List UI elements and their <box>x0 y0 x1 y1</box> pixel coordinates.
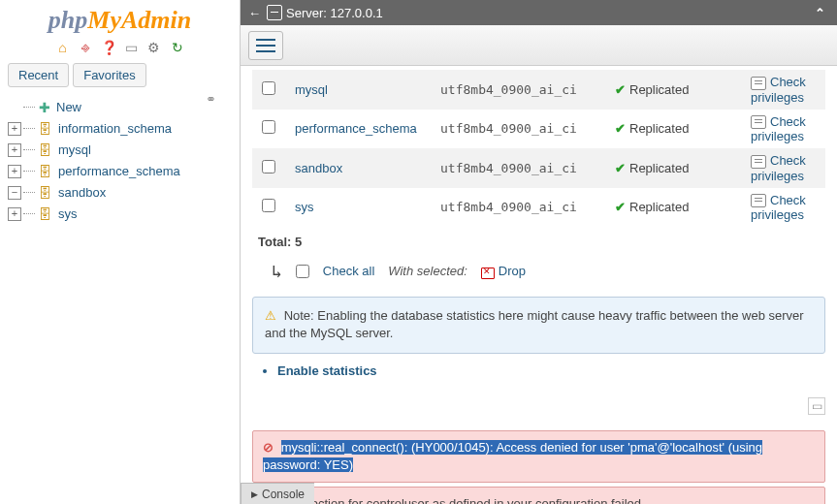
privileges-icon <box>751 77 766 90</box>
collation-cell: utf8mb4_0900_ai_ci <box>431 148 605 188</box>
bulk-arrow-icon: ↳ <box>272 261 282 281</box>
sql-icon[interactable]: ▭ <box>123 40 139 55</box>
logo-part-admin: Admin <box>121 6 191 34</box>
top-menu-bar <box>241 25 837 66</box>
row-checkbox[interactable] <box>262 81 275 95</box>
row-checkbox[interactable] <box>262 120 275 134</box>
docs-icon[interactable]: ❓ <box>101 40 116 55</box>
check-icon: ✔ <box>615 121 626 136</box>
replicated-label: Replicated <box>629 121 689 136</box>
console-label: Console <box>262 488 305 501</box>
settings-icon[interactable]: ⚙ <box>146 40 162 55</box>
logo-part-my: My <box>87 6 121 34</box>
server-label: Server: <box>286 6 327 20</box>
page-settings-icon[interactable]: ▭ <box>808 397 825 415</box>
server-icon <box>267 5 282 20</box>
home-icon[interactable]: ⌂ <box>54 40 70 55</box>
error-message-2: Connection for controluser as defined in… <box>281 496 645 504</box>
db-link[interactable]: sandbox <box>295 161 342 175</box>
check-all-checkbox[interactable] <box>296 265 309 278</box>
note-prefix: Note: <box>284 308 314 323</box>
database-table: mysql utf8mb4_0900_ai_ci ✔Replicated Che… <box>252 70 825 227</box>
total-value: 5 <box>295 235 302 249</box>
statistics-note: ⚠ Note: Enabling the database statistics… <box>252 297 825 353</box>
database-icon: 🗄 <box>37 164 52 179</box>
collation-cell: utf8mb4_0900_ai_ci <box>431 70 605 110</box>
error-box-1: ⊘ mysqli::real_connect(): (HY000/1045): … <box>252 430 825 483</box>
tree-item-information-schema[interactable]: information_schema <box>58 121 172 136</box>
tab-favorites[interactable]: Favorites <box>73 63 145 87</box>
navigation-sidebar: phpMyAdmin ⌂ ⎆ ❓ ▭ ⚙ ↻ Recent Favorites … <box>0 0 241 504</box>
table-row: mysql utf8mb4_0900_ai_ci ✔Replicated Che… <box>252 70 825 110</box>
note-text: Enabling the database statistics here mi… <box>265 308 804 340</box>
total-label: Total: <box>258 235 291 249</box>
drop-label: Drop <box>499 264 526 278</box>
db-link[interactable]: mysql <box>295 82 328 97</box>
tree-expand-icon[interactable]: + <box>8 143 21 157</box>
hamburger-menu-button[interactable] <box>248 31 283 60</box>
goto-left-icon[interactable]: ← <box>248 6 261 20</box>
error-message-1: mysqli::real_connect(): (HY000/1045): Ac… <box>263 440 762 472</box>
database-icon: 🗄 <box>37 142 52 158</box>
with-selected-label: With selected: <box>388 264 467 278</box>
drop-icon <box>481 266 495 279</box>
check-icon: ✔ <box>615 161 626 175</box>
check-icon: ✔ <box>615 82 626 97</box>
console-toggle[interactable]: ▶ Console <box>241 483 314 504</box>
drop-button[interactable]: Drop <box>481 264 526 279</box>
enable-statistics-link[interactable]: Enable statistics <box>277 363 825 378</box>
link-chain-icon[interactable]: ⚭ <box>206 92 216 107</box>
replicated-label: Replicated <box>629 82 689 97</box>
error-box-2: ⊘ Connection for controluser as defined … <box>252 487 825 504</box>
tree-item-mysql[interactable]: mysql <box>58 142 91 157</box>
bulk-action-bar: ↳ Check all With selected: Drop <box>252 257 825 291</box>
tree-item-sandbox[interactable]: sandbox <box>58 185 106 200</box>
db-link[interactable]: performance_schema <box>295 121 417 136</box>
privileges-icon <box>751 115 766 129</box>
main-panel: ← Server: 127.0.0.1 ⌃ mysql utf8mb4_0900… <box>241 0 837 504</box>
database-icon: 🗄 <box>37 206 52 222</box>
check-icon: ✔ <box>615 200 626 214</box>
tree-item-sys[interactable]: sys <box>58 206 78 221</box>
reload-icon[interactable]: ↻ <box>170 40 185 55</box>
server-bar: ← Server: 127.0.0.1 ⌃ <box>241 0 837 25</box>
collapse-icon[interactable]: ⌃ <box>810 6 829 20</box>
collation-cell: utf8mb4_0900_ai_ci <box>431 188 605 228</box>
tree-item-performance-schema[interactable]: performance_schema <box>58 164 180 178</box>
collation-cell: utf8mb4_0900_ai_ci <box>431 110 605 149</box>
table-row: sys utf8mb4_0900_ai_ci ✔Replicated Check… <box>252 188 825 228</box>
server-host: 127.0.0.1 <box>331 6 383 20</box>
tab-recent[interactable]: Recent <box>8 63 69 87</box>
logo: phpMyAdmin <box>0 0 240 37</box>
table-row: performance_schema utf8mb4_0900_ai_ci ✔R… <box>252 110 825 149</box>
database-icon: 🗄 <box>37 121 52 137</box>
sidebar-icon-row: ⌂ ⎆ ❓ ▭ ⚙ ↻ <box>0 37 240 61</box>
row-checkbox[interactable] <box>262 160 275 173</box>
replicated-label: Replicated <box>629 200 689 214</box>
new-db-icon: ✚ <box>37 100 52 115</box>
console-caret-icon: ▶ <box>251 489 258 499</box>
logo-part-php: php <box>48 6 87 34</box>
tree-collapse-icon[interactable]: − <box>8 186 21 200</box>
tree-expand-icon[interactable]: + <box>8 207 21 221</box>
database-icon: 🗄 <box>37 185 52 201</box>
tree-expand-icon[interactable]: + <box>8 165 21 178</box>
table-row: sandbox utf8mb4_0900_ai_ci ✔Replicated C… <box>252 148 825 188</box>
check-all-label[interactable]: Check all <box>323 264 374 278</box>
tree-expand-icon[interactable]: + <box>8 122 21 136</box>
row-checkbox[interactable] <box>262 199 275 212</box>
privileges-icon <box>751 155 766 169</box>
logout-icon[interactable]: ⎆ <box>78 40 93 55</box>
tree-new-database[interactable]: New <box>56 100 81 114</box>
replicated-label: Replicated <box>629 161 689 175</box>
db-link[interactable]: sys <box>295 200 314 214</box>
warning-icon: ⚠ <box>265 308 276 323</box>
error-icon: ⊘ <box>263 440 274 455</box>
privileges-icon <box>751 194 766 207</box>
database-tree: ✚ New + 🗄 information_schema + 🗄 mysql +… <box>0 89 240 225</box>
